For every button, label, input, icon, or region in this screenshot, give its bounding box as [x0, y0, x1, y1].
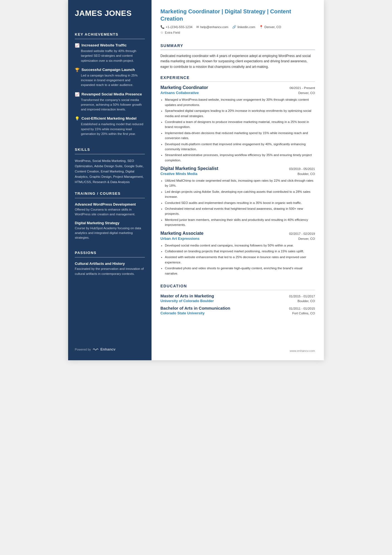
linkedin-icon: 🔗 [232, 25, 236, 29]
bullet: Assisted with website enhancements that … [165, 255, 315, 265]
job-2-title: Digital Marketing Specialist [160, 166, 218, 171]
training-section-title: TRAINING / COURSES [75, 191, 145, 196]
degree-1-location: Boulder, CO [297, 299, 315, 303]
degree-2: Bachelor of Arts in Communication 01/201… [160, 306, 315, 318]
experience-section-title: EXPERIENCE [160, 75, 315, 80]
training-divider [75, 198, 145, 198]
achievement-title-2: 🏆 Successful Campaign Launch [75, 68, 145, 72]
degree-2-header: Bachelor of Arts in Communication 01/201… [160, 306, 315, 310]
skills-divider [75, 154, 145, 154]
enhancv-brand: Enhancv [100, 347, 115, 351]
bullet: Managed a WordPress-based website, incre… [165, 97, 315, 107]
contact-linkedin: 🔗 linkedin.com [232, 25, 255, 29]
achievement-desc-1: Boosted website traffic by 40% through t… [75, 49, 145, 63]
experience-divider [160, 82, 315, 82]
contact-row: 📞 +1-(234)-555-1234 ✉ help@enhancv.com 🔗… [160, 25, 315, 29]
degree-2-name: Bachelor of Arts in Communication [160, 306, 230, 310]
job-1-title: Marketing Coordinator [160, 85, 208, 90]
job-3-bullets: Developed social media content and campa… [165, 243, 315, 276]
main-content: Marketing Coordinator | Digital Strategy… [152, 0, 324, 360]
degree-1-header: Master of Arts in Marketing 01/2015 - 01… [160, 293, 315, 298]
job-3-dates: 02/2017 - 02/2019 [289, 232, 315, 235]
bullet: Developed social media content and campa… [165, 243, 315, 248]
extra-field: ☆ Extra Field [160, 31, 315, 34]
job-1-bullets: Managed a WordPress-based website, incre… [165, 97, 315, 163]
bullet: Utilized MailChimp to create segmented e… [165, 178, 315, 188]
sidebar: JAMES JONES KEY ACHIEVEMENTS 📈 Increased… [68, 0, 152, 360]
job-3-sub: Urban Art Expressions Denver, CO [160, 236, 315, 241]
achievement-icon-4: 💡 [75, 116, 80, 121]
training-desc-2: Course by HubSpot Academy focusing on da… [75, 226, 145, 240]
job-1: Marketing Coordinator 06/2021 - Present … [160, 85, 315, 166]
bullet: Mentored junior team members, enhancing … [165, 217, 315, 228]
achievement-item-3: 📈 Revamped Social Media Presence Transfo… [75, 92, 145, 112]
training-item-1: Advanced WordPress Development Offered b… [75, 202, 145, 217]
achievement-icon-2: 🏆 [75, 68, 80, 72]
achievement-icon-1: 📈 [75, 43, 80, 48]
achievement-desc-4: Established a marketing model that reduc… [75, 122, 145, 136]
contact-phone: 📞 +1-(234)-555-1234 [160, 25, 192, 29]
bullet: Coordinated a team of designers to produ… [165, 119, 315, 130]
bullet: Orchestrated internal and external event… [165, 206, 315, 216]
passion-title-1: Cultural Artifacts and History [75, 262, 145, 266]
bullet: Spearheaded digital campaigns leading to… [165, 108, 315, 119]
achievements-divider [75, 39, 145, 39]
achievement-title-3: 📈 Revamped Social Media Presence [75, 92, 145, 97]
degree-1: Master of Arts in Marketing 01/2015 - 01… [160, 293, 315, 306]
job-1-dates: 06/2021 - Present [290, 86, 315, 90]
education-section-title: EDUCATION [160, 284, 315, 288]
job-1-location: Denver, CO [298, 91, 315, 95]
website-label: www.enhancv.com [290, 349, 315, 352]
star-icon: ☆ [160, 31, 163, 34]
training-item-2: Digital Marketing Strategy Course by Hub… [75, 221, 145, 240]
bullet: Led design projects using Adobe Suite, d… [165, 189, 315, 199]
sidebar-footer: Powered by Enhancv [75, 341, 145, 351]
degree-1-name: Master of Arts in Marketing [160, 293, 214, 298]
training-title-2: Digital Marketing Strategy [75, 221, 145, 225]
achievement-item-4: 💡 Cost-Efficient Marketing Model Establi… [75, 116, 145, 136]
job-3-location: Denver, CO [298, 237, 315, 240]
passion-desc-1: Fascinated by the preservation and innov… [75, 267, 145, 276]
bullet: Coordinated photo and video shoots to ge… [165, 266, 315, 276]
degree-2-location: Fort Collins, CO [292, 312, 315, 315]
bullet: Streamlined administrative processes, im… [165, 152, 315, 163]
job-2-dates: 03/2019 - 05/2021 [289, 167, 315, 171]
job-2-company: Creative Minds Media [160, 172, 197, 176]
training-title-1: Advanced WordPress Development [75, 202, 145, 206]
resume-container: JAMES JONES KEY ACHIEVEMENTS 📈 Increased… [68, 0, 324, 360]
degree-2-school: Colorado State University [160, 311, 205, 315]
powered-by-label: Powered by [75, 348, 91, 351]
email-icon: ✉ [196, 25, 199, 29]
achievement-title-1: 📈 Increased Website Traffic [75, 43, 145, 48]
achievements-section-title: KEY ACHIEVEMENTS [75, 32, 145, 36]
education-divider [160, 290, 315, 290]
skills-section-title: SKILLS [75, 147, 145, 152]
job-3: Marketing Associate 02/2017 - 02/2019 Ur… [160, 231, 315, 279]
job-2: Digital Marketing Specialist 03/2019 - 0… [160, 166, 315, 231]
bullet: Developed multi-platform content that im… [165, 142, 315, 152]
main-footer: www.enhancv.com [160, 344, 315, 352]
bullet: Collaborated on branding projects that i… [165, 249, 315, 254]
contact-location: 📍 Denver, CO [259, 25, 281, 29]
job-2-header: Digital Marketing Specialist 03/2019 - 0… [160, 166, 315, 171]
skills-text: WordPress, Social Media Marketing, SEO O… [75, 158, 145, 185]
passions-divider [75, 257, 145, 258]
main-headline: Marketing Coordinator | Digital Strategy… [160, 8, 315, 22]
location-icon: 📍 [259, 25, 263, 29]
bullet: Conducted SEO audits and implemented cha… [165, 200, 315, 205]
passions-list: Cultural Artifacts and History Fascinate… [75, 262, 145, 276]
achievement-desc-2: Led a campaign launch resulting in 25% i… [75, 73, 145, 88]
degree-2-dates: 01/2011 - 01/2015 [289, 307, 315, 310]
training-desc-1: Offered by Coursera to enhance skills in… [75, 207, 145, 217]
summary-text: Dedicated marketing coordinator with 4 y… [160, 53, 315, 70]
job-1-header: Marketing Coordinator 06/2021 - Present [160, 85, 315, 90]
job-3-company: Urban Art Expressions [160, 236, 199, 241]
degree-1-school: University of Colorado Boulder [160, 299, 214, 303]
candidate-name: JAMES JONES [75, 9, 145, 18]
summary-divider [160, 50, 315, 50]
job-3-header: Marketing Associate 02/2017 - 02/2019 [160, 231, 315, 236]
degree-1-dates: 01/2015 - 01/2017 [289, 295, 315, 298]
achievement-title-4: 💡 Cost-Efficient Marketing Model [75, 116, 145, 121]
enhancv-icon [93, 347, 99, 351]
degree-1-sub: University of Colorado Boulder Boulder, … [160, 299, 315, 303]
